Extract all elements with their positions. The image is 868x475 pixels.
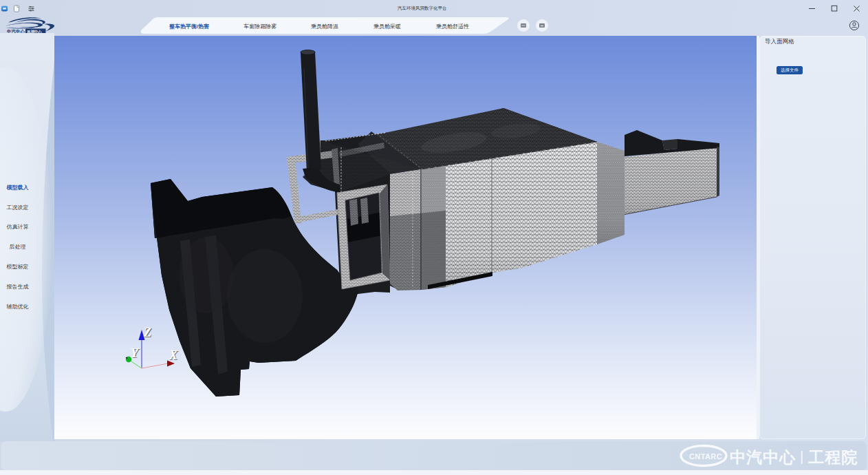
svg-text:X: X [169, 348, 178, 362]
svg-text:CNTARC: CNTARC [689, 452, 722, 461]
svg-text:Z: Z [143, 326, 151, 339]
